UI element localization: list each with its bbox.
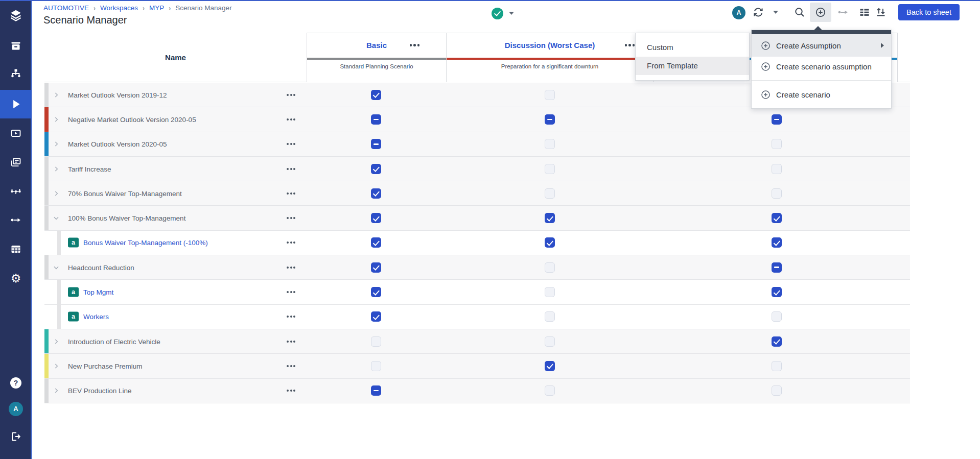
checkbox-third-checked[interactable]	[772, 336, 782, 347]
status-check-icon[interactable]	[492, 8, 503, 19]
checkbox-discussion-unchecked[interactable]	[545, 90, 555, 100]
checkbox-basic-checked[interactable]	[371, 311, 381, 322]
expand-chevron-icon[interactable]	[53, 387, 60, 394]
checkbox-basic-checked[interactable]	[371, 237, 381, 248]
menu-item-create-assumption[interactable]: Create Assumption	[752, 34, 891, 57]
checkbox-basic-indeterminate[interactable]	[371, 385, 381, 396]
scenario-title[interactable]: Basic	[307, 33, 446, 58]
checkbox-basic-checked[interactable]	[371, 213, 381, 223]
breadcrumb-myp[interactable]: MYP	[149, 4, 164, 12]
checkbox-third-unchecked[interactable]	[772, 164, 782, 174]
sidebar-avatar[interactable]: A	[0, 402, 32, 416]
assumption-name-link[interactable]: Top Mgmt	[83, 288, 113, 296]
assumption-name-link[interactable]: Bonus Waiver Top-Management (-100%)	[83, 239, 208, 247]
collapse-chevron-icon[interactable]	[53, 264, 60, 271]
row-menu-dots[interactable]	[287, 316, 295, 318]
row-menu-dots[interactable]	[287, 390, 295, 392]
menu-item-custom[interactable]: Custom	[636, 38, 749, 57]
org-chart-icon[interactable]	[0, 67, 32, 80]
row-menu-dots[interactable]	[287, 118, 295, 120]
checkbox-discussion-checked[interactable]	[545, 361, 555, 371]
assumption-name-link[interactable]: Workers	[83, 313, 109, 321]
breadcrumb-workspaces[interactable]: Workspaces	[100, 4, 138, 12]
status-caret-icon[interactable]	[509, 12, 514, 15]
checkbox-discussion-unchecked[interactable]	[545, 164, 555, 174]
checkbox-basic-checked[interactable]	[371, 188, 381, 199]
refresh-icon[interactable]	[752, 6, 764, 20]
checkbox-basic-checked[interactable]	[371, 287, 381, 297]
scenario-play-icon[interactable]	[0, 98, 32, 111]
row-menu-dots[interactable]	[287, 341, 295, 343]
models-archive-icon[interactable]	[0, 39, 32, 53]
expand-chevron-icon[interactable]	[53, 116, 60, 123]
valsight-logo-icon[interactable]	[0, 9, 32, 22]
refresh-caret-icon[interactable]	[773, 11, 778, 14]
checkbox-basic-checked[interactable]	[371, 262, 381, 273]
data-table-icon[interactable]	[0, 243, 32, 256]
breadcrumb-automotive[interactable]: AUTOMOTIVE	[43, 4, 89, 12]
flow-arrow-icon[interactable]	[0, 213, 32, 227]
checkbox-basic-checked[interactable]	[371, 90, 381, 100]
scenario-title[interactable]: Discussion (Worst Case)	[447, 33, 653, 58]
checkbox-third-unchecked[interactable]	[772, 311, 782, 322]
menu-item-create-scenario-assumption[interactable]: Create scenario assumption	[752, 57, 891, 76]
import-export-icon[interactable]	[875, 6, 887, 20]
pages-icon[interactable]	[0, 156, 32, 169]
checkbox-discussion-unchecked[interactable]	[545, 287, 555, 297]
checkbox-third-indeterminate[interactable]	[772, 262, 782, 273]
toolbar-avatar[interactable]: A	[732, 6, 745, 19]
checkbox-basic-unchecked[interactable]	[371, 336, 381, 347]
checkbox-discussion-unchecked[interactable]	[545, 139, 555, 149]
scenario-menu-dots[interactable]	[410, 44, 420, 46]
checkbox-third-checked[interactable]	[772, 287, 782, 297]
row-menu-dots[interactable]	[287, 267, 295, 269]
expand-chevron-icon[interactable]	[53, 91, 60, 99]
row-menu-dots[interactable]	[287, 168, 295, 170]
row-menu-dots[interactable]	[287, 143, 295, 145]
checkbox-discussion-unchecked[interactable]	[545, 262, 555, 273]
menu-item-from-template[interactable]: From Template	[636, 57, 749, 75]
flow-arrow-toolbar-icon[interactable]	[837, 6, 849, 20]
checkbox-basic-unchecked[interactable]	[371, 361, 381, 371]
search-icon[interactable]	[794, 6, 806, 20]
back-to-sheet-button[interactable]: Back to sheet	[898, 4, 960, 20]
list-icon[interactable]	[858, 6, 871, 20]
checkbox-third-indeterminate[interactable]	[772, 114, 782, 125]
row-menu-dots[interactable]	[287, 365, 295, 367]
checkbox-basic-checked[interactable]	[371, 164, 381, 174]
checkbox-third-unchecked[interactable]	[772, 139, 782, 149]
add-plus-icon[interactable]	[814, 6, 827, 20]
checkbox-discussion-unchecked[interactable]	[545, 385, 555, 396]
checkbox-third-checked[interactable]	[772, 237, 782, 248]
checkbox-basic-indeterminate[interactable]	[371, 114, 381, 125]
checkbox-discussion-indeterminate[interactable]	[545, 114, 555, 125]
checkbox-third-unchecked[interactable]	[772, 361, 782, 371]
checkbox-third-checked[interactable]	[772, 213, 782, 223]
row-menu-dots[interactable]	[287, 291, 295, 293]
row-menu-dots[interactable]	[287, 94, 295, 96]
row-menu-dots[interactable]	[287, 241, 295, 244]
logout-icon[interactable]	[0, 430, 32, 443]
collapse-chevron-icon[interactable]	[53, 214, 60, 222]
row-menu-dots[interactable]	[287, 217, 295, 219]
expand-chevron-icon[interactable]	[53, 190, 60, 197]
checkbox-third-unchecked[interactable]	[772, 188, 782, 199]
row-menu-dots[interactable]	[287, 192, 295, 195]
network-icon[interactable]	[0, 185, 32, 198]
checkbox-basic-indeterminate[interactable]	[371, 139, 381, 149]
help-icon[interactable]: ?	[0, 377, 32, 389]
checkbox-discussion-checked[interactable]	[545, 213, 555, 223]
checkbox-discussion-unchecked[interactable]	[545, 188, 555, 199]
checkbox-third-unchecked[interactable]	[772, 385, 782, 396]
menu-item-create-scenario[interactable]: Create scenario	[752, 85, 891, 104]
expand-chevron-icon[interactable]	[53, 363, 60, 370]
expand-chevron-icon[interactable]	[53, 165, 60, 173]
checkbox-discussion-checked[interactable]	[545, 237, 555, 248]
settings-gear-icon[interactable]: ⚙	[0, 272, 32, 285]
video-icon[interactable]	[0, 127, 32, 140]
expand-chevron-icon[interactable]	[53, 338, 60, 345]
scenario-menu-dots[interactable]	[625, 44, 635, 46]
expand-chevron-icon[interactable]	[53, 140, 60, 148]
checkbox-discussion-unchecked[interactable]	[545, 336, 555, 347]
checkbox-discussion-unchecked[interactable]	[545, 311, 555, 322]
